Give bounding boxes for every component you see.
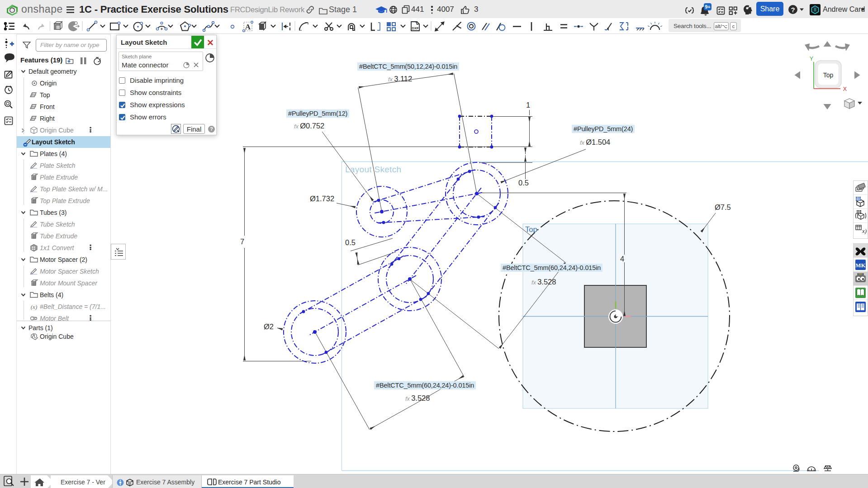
svg-text:A: A (245, 23, 251, 31)
svg-text:DXF: DXF (412, 26, 419, 30)
svg-text:?: ? (791, 6, 795, 14)
svg-text:(x): (x) (31, 303, 37, 310)
svg-text:onshape: onshape (21, 3, 63, 15)
svg-text:Top: Top (823, 71, 834, 79)
svg-text:Y: Y (810, 56, 814, 62)
svg-text:X: X (843, 86, 847, 92)
svg-text:9+: 9+ (705, 4, 711, 9)
